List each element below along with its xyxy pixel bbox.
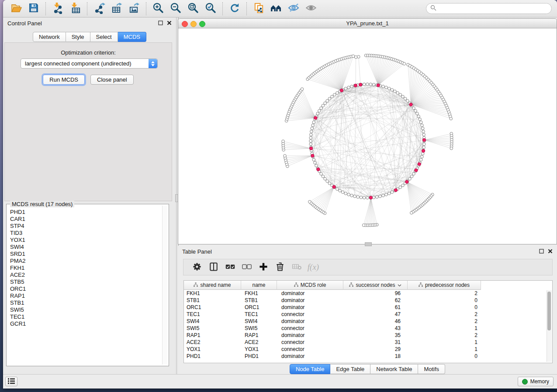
- show-all-button[interactable]: [302, 1, 320, 16]
- table-cell[interactable]: 43: [343, 325, 408, 332]
- graph-node[interactable]: [421, 124, 424, 127]
- graph-node[interactable]: [309, 143, 312, 146]
- graph-node[interactable]: [344, 87, 347, 90]
- table-cell[interactable]: SWI5: [241, 325, 277, 332]
- select-all-button[interactable]: [222, 260, 239, 274]
- table-row[interactable]: RAP1RAP1dominator352: [184, 332, 552, 339]
- graph-node[interactable]: [385, 193, 388, 196]
- graph-node[interactable]: [406, 100, 409, 103]
- table-cell[interactable]: 61: [343, 304, 408, 311]
- table-cell[interactable]: RAP1: [241, 332, 277, 339]
- copy-network-button[interactable]: [250, 1, 267, 16]
- graph-node[interactable]: [336, 188, 339, 191]
- tab-node-table[interactable]: Node Table: [290, 364, 331, 374]
- graph-node[interactable]: [369, 83, 372, 86]
- optimization-criterion-select[interactable]: largest connected component (undirected): [21, 58, 158, 69]
- graph-node[interactable]: [310, 130, 313, 133]
- tab-network-table[interactable]: Network Table: [370, 364, 418, 374]
- mcds-result-item[interactable]: SWI5: [10, 306, 162, 313]
- graph-node[interactable]: [350, 85, 353, 88]
- graph-node[interactable]: [417, 115, 420, 118]
- tab-select[interactable]: Select: [90, 32, 118, 42]
- tab-style[interactable]: Style: [66, 32, 90, 42]
- table-row[interactable]: SWI5SWI5connector431: [184, 325, 552, 332]
- graph-node[interactable]: [318, 110, 321, 113]
- table-row[interactable]: ACE2ACE2connector311: [184, 339, 552, 346]
- zoom-in-button[interactable]: [149, 1, 167, 16]
- table-cell[interactable]: 0: [408, 353, 481, 360]
- export-image-button[interactable]: [125, 1, 143, 16]
- graph-node[interactable]: [360, 196, 363, 199]
- deselect-all-button[interactable]: [239, 260, 255, 274]
- mcds-hub-node[interactable]: [354, 84, 357, 87]
- mcds-result-item[interactable]: STP4: [10, 223, 162, 230]
- column-header-shared-name[interactable]: shared name: [184, 281, 241, 290]
- graph-node[interactable]: [363, 196, 366, 199]
- graph-node[interactable]: [354, 55, 357, 58]
- graph-node[interactable]: [282, 140, 285, 143]
- table-cell[interactable]: 35: [343, 332, 408, 339]
- table-cell[interactable]: PHD1: [184, 353, 241, 360]
- tab-network[interactable]: Network: [33, 32, 66, 42]
- graph-node[interactable]: [347, 193, 350, 196]
- table-cell[interactable]: ACE2: [184, 339, 241, 346]
- network-canvas[interactable]: [178, 28, 557, 244]
- mcds-result-item[interactable]: SRD1: [10, 251, 162, 258]
- graph-node[interactable]: [385, 86, 388, 89]
- table-cell[interactable]: STB1: [241, 297, 277, 304]
- graph-node[interactable]: [404, 97, 407, 100]
- table-scrollbar-thumb[interactable]: [547, 292, 551, 330]
- table-cell[interactable]: 2: [408, 332, 481, 339]
- table-cell[interactable]: 0: [408, 297, 481, 304]
- table-cell[interactable]: 2: [408, 311, 481, 318]
- graph-node[interactable]: [353, 195, 356, 198]
- graph-node[interactable]: [401, 95, 405, 98]
- mcds-hub-node[interactable]: [405, 180, 408, 183]
- graph-node[interactable]: [316, 112, 319, 115]
- column-layout-button[interactable]: [205, 260, 222, 274]
- horizontal-splitter-grip[interactable]: [365, 242, 372, 246]
- graph-node[interactable]: [379, 195, 382, 198]
- graph-node[interactable]: [412, 172, 415, 175]
- table-row[interactable]: PHD1PHD1dominator180: [184, 353, 552, 360]
- graph-node[interactable]: [450, 117, 453, 120]
- function-builder-button[interactable]: f(x): [305, 260, 322, 274]
- table-cell[interactable]: connector: [277, 325, 343, 332]
- mcds-hub-node[interactable]: [332, 185, 336, 188]
- graph-node[interactable]: [324, 102, 327, 105]
- table-cell[interactable]: 62: [343, 297, 408, 304]
- graph-node[interactable]: [412, 107, 415, 110]
- mcds-hub-node[interactable]: [422, 138, 426, 141]
- mcds-result-item[interactable]: GCR1: [10, 320, 162, 327]
- graph-node[interactable]: [410, 211, 413, 214]
- mcds-hub-node[interactable]: [415, 168, 418, 172]
- column-header-successor-nodes[interactable]: successor nodes: [343, 281, 408, 290]
- table-cell[interactable]: 96: [343, 290, 408, 297]
- column-header-predecessor-nodes[interactable]: predecessor nodes: [408, 281, 481, 290]
- graph-node[interactable]: [331, 95, 334, 98]
- table-cell[interactable]: PHD1: [241, 353, 277, 360]
- graph-node[interactable]: [419, 121, 422, 124]
- table-cell[interactable]: SWI4: [184, 318, 241, 325]
- graph-node[interactable]: [391, 89, 394, 92]
- table-cell[interactable]: STB1: [184, 297, 241, 304]
- graph-node[interactable]: [403, 62, 406, 65]
- mcds-hub-node[interactable]: [422, 149, 425, 152]
- table-cell[interactable]: connector: [277, 346, 343, 353]
- graph-node[interactable]: [347, 86, 350, 89]
- mcds-result-item[interactable]: RAP1: [10, 292, 162, 299]
- mcds-result-item[interactable]: SWI4: [10, 244, 162, 251]
- graph-node[interactable]: [415, 112, 419, 115]
- float-table-panel-icon[interactable]: [539, 248, 544, 255]
- table-row[interactable]: FKH1FKH1dominator962: [184, 290, 552, 297]
- table-cell[interactable]: 29: [343, 346, 408, 353]
- graph-node[interactable]: [322, 175, 325, 178]
- table-settings-button[interactable]: [189, 260, 205, 274]
- mcds-hub-node[interactable]: [314, 116, 317, 119]
- graph-node[interactable]: [414, 110, 417, 113]
- mcds-hub-node[interactable]: [369, 196, 372, 199]
- mcds-result-item[interactable]: PMA2: [10, 258, 162, 265]
- mcds-hub-node[interactable]: [418, 162, 421, 165]
- mcds-hub-node[interactable]: [309, 147, 312, 150]
- graph-node[interactable]: [339, 189, 342, 192]
